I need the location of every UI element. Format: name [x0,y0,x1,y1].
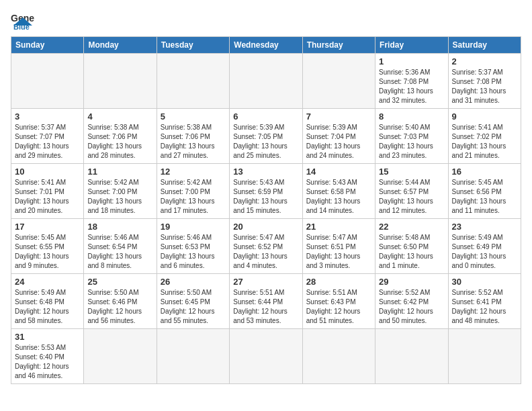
calendar-cell: 12Sunrise: 5:42 AM Sunset: 7:00 PM Dayli… [157,164,229,219]
calendar-cell [448,329,521,384]
day-info: Sunrise: 5:47 AM Sunset: 6:52 PM Dayligh… [233,233,298,271]
day-info: Sunrise: 5:39 AM Sunset: 7:05 PM Dayligh… [233,123,298,161]
day-info: Sunrise: 5:43 AM Sunset: 6:58 PM Dayligh… [306,178,371,216]
day-number: 12 [161,167,226,177]
calendar-cell: 24Sunrise: 5:49 AM Sunset: 6:48 PM Dayli… [11,274,84,329]
weekday-header-sunday: Sunday [11,37,84,54]
calendar-cell: 18Sunrise: 5:46 AM Sunset: 6:54 PM Dayli… [84,219,157,274]
day-info: Sunrise: 5:42 AM Sunset: 7:00 PM Dayligh… [161,178,226,216]
day-info: Sunrise: 5:40 AM Sunset: 7:03 PM Dayligh… [379,123,444,161]
day-number: 17 [15,222,80,232]
weekday-header-saturday: Saturday [448,37,521,54]
page-header: General Blue [11,11,521,30]
day-number: 8 [379,111,444,122]
day-number: 28 [306,277,371,287]
calendar-cell: 21Sunrise: 5:47 AM Sunset: 6:51 PM Dayli… [302,219,375,274]
calendar-cell: 11Sunrise: 5:42 AM Sunset: 7:00 PM Dayli… [84,164,157,219]
day-number: 14 [306,167,371,177]
day-number: 2 [452,56,517,66]
day-number: 23 [452,222,517,232]
calendar-cell: 30Sunrise: 5:52 AM Sunset: 6:41 PM Dayli… [448,274,521,329]
day-info: Sunrise: 5:50 AM Sunset: 6:46 PM Dayligh… [87,288,152,326]
weekday-header-wednesday: Wednesday [230,37,302,54]
day-info: Sunrise: 5:44 AM Sunset: 6:57 PM Dayligh… [379,178,444,216]
calendar-cell [230,54,302,109]
calendar-cell: 5Sunrise: 5:38 AM Sunset: 7:06 PM Daylig… [157,109,229,164]
day-number: 19 [161,222,226,232]
day-info: Sunrise: 5:51 AM Sunset: 6:43 PM Dayligh… [306,288,371,326]
day-info: Sunrise: 5:48 AM Sunset: 6:50 PM Dayligh… [379,233,444,271]
calendar-cell [230,329,302,384]
day-info: Sunrise: 5:50 AM Sunset: 6:45 PM Dayligh… [161,288,226,326]
day-info: Sunrise: 5:36 AM Sunset: 7:08 PM Dayligh… [379,68,444,105]
day-info: Sunrise: 5:46 AM Sunset: 6:53 PM Dayligh… [161,233,226,271]
day-number: 6 [233,111,298,122]
calendar-cell [84,329,157,384]
calendar-cell [11,54,84,109]
day-info: Sunrise: 5:37 AM Sunset: 7:07 PM Dayligh… [15,123,80,161]
logo-icon: General Blue [11,11,35,30]
day-number: 29 [379,277,444,287]
day-number: 18 [87,222,152,232]
day-info: Sunrise: 5:49 AM Sunset: 6:48 PM Dayligh… [15,288,80,326]
calendar-cell: 4Sunrise: 5:38 AM Sunset: 7:06 PM Daylig… [84,109,157,164]
calendar-cell: 6Sunrise: 5:39 AM Sunset: 7:05 PM Daylig… [230,109,302,164]
calendar-cell [302,329,375,384]
calendar-cell: 31Sunrise: 5:53 AM Sunset: 6:40 PM Dayli… [11,329,84,384]
day-info: Sunrise: 5:52 AM Sunset: 6:42 PM Dayligh… [379,288,444,326]
day-number: 3 [15,111,80,122]
day-number: 9 [452,111,517,122]
day-number: 11 [87,167,152,177]
calendar-cell: 23Sunrise: 5:49 AM Sunset: 6:49 PM Dayli… [448,219,521,274]
calendar-cell [157,54,229,109]
day-number: 4 [87,111,152,122]
calendar-cell: 13Sunrise: 5:43 AM Sunset: 6:59 PM Dayli… [230,164,302,219]
day-number: 30 [452,277,517,287]
day-info: Sunrise: 5:47 AM Sunset: 6:51 PM Dayligh… [306,233,371,271]
day-info: Sunrise: 5:45 AM Sunset: 6:55 PM Dayligh… [15,233,80,271]
calendar-cell: 14Sunrise: 5:43 AM Sunset: 6:58 PM Dayli… [302,164,375,219]
calendar-cell [157,329,229,384]
day-number: 26 [161,277,226,287]
calendar-cell: 15Sunrise: 5:44 AM Sunset: 6:57 PM Dayli… [375,164,448,219]
day-number: 5 [161,111,226,122]
day-info: Sunrise: 5:41 AM Sunset: 7:01 PM Dayligh… [15,178,80,216]
calendar-cell: 2Sunrise: 5:37 AM Sunset: 7:08 PM Daylig… [448,54,521,109]
day-number: 20 [233,222,298,232]
calendar-cell [375,329,448,384]
calendar-table: SundayMondayTuesdayWednesdayThursdayFrid… [11,36,521,384]
calendar-cell: 26Sunrise: 5:50 AM Sunset: 6:45 PM Dayli… [157,274,229,329]
week-row-2: 10Sunrise: 5:41 AM Sunset: 7:01 PM Dayli… [11,164,521,219]
day-info: Sunrise: 5:37 AM Sunset: 7:08 PM Dayligh… [452,68,517,105]
day-number: 13 [233,167,298,177]
day-number: 25 [87,277,152,287]
logo: General Blue [11,11,38,30]
calendar-cell: 25Sunrise: 5:50 AM Sunset: 6:46 PM Dayli… [84,274,157,329]
calendar-cell: 8Sunrise: 5:40 AM Sunset: 7:03 PM Daylig… [375,109,448,164]
day-number: 22 [379,222,444,232]
day-number: 16 [452,167,517,177]
calendar-cell: 29Sunrise: 5:52 AM Sunset: 6:42 PM Dayli… [375,274,448,329]
day-info: Sunrise: 5:42 AM Sunset: 7:00 PM Dayligh… [87,178,152,216]
svg-text:Blue: Blue [13,23,30,30]
day-info: Sunrise: 5:52 AM Sunset: 6:41 PM Dayligh… [452,288,517,326]
calendar-cell: 9Sunrise: 5:41 AM Sunset: 7:02 PM Daylig… [448,109,521,164]
day-info: Sunrise: 5:38 AM Sunset: 7:06 PM Dayligh… [161,123,226,161]
calendar-cell: 10Sunrise: 5:41 AM Sunset: 7:01 PM Dayli… [11,164,84,219]
calendar-cell: 22Sunrise: 5:48 AM Sunset: 6:50 PM Dayli… [375,219,448,274]
week-row-3: 17Sunrise: 5:45 AM Sunset: 6:55 PM Dayli… [11,219,521,274]
day-number: 1 [379,56,444,66]
day-number: 7 [306,111,371,122]
week-row-4: 24Sunrise: 5:49 AM Sunset: 6:48 PM Dayli… [11,274,521,329]
day-info: Sunrise: 5:41 AM Sunset: 7:02 PM Dayligh… [452,123,517,161]
day-info: Sunrise: 5:38 AM Sunset: 7:06 PM Dayligh… [87,123,152,161]
week-row-5: 31Sunrise: 5:53 AM Sunset: 6:40 PM Dayli… [11,329,521,384]
week-row-1: 3Sunrise: 5:37 AM Sunset: 7:07 PM Daylig… [11,109,521,164]
day-info: Sunrise: 5:45 AM Sunset: 6:56 PM Dayligh… [452,178,517,216]
day-info: Sunrise: 5:49 AM Sunset: 6:49 PM Dayligh… [452,233,517,271]
day-number: 27 [233,277,298,287]
calendar-cell: 7Sunrise: 5:39 AM Sunset: 7:04 PM Daylig… [302,109,375,164]
calendar-cell [302,54,375,109]
day-info: Sunrise: 5:53 AM Sunset: 6:40 PM Dayligh… [15,343,80,381]
day-info: Sunrise: 5:43 AM Sunset: 6:59 PM Dayligh… [233,178,298,216]
